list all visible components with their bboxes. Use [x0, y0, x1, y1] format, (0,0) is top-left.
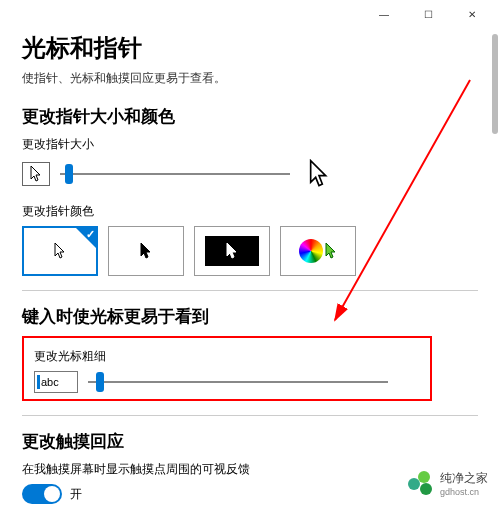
watermark-url: gdhost.cn	[440, 487, 488, 497]
caret-preview: abc	[34, 371, 78, 393]
watermark-name: 纯净之家	[440, 471, 488, 485]
section-pointer-size-color: 更改指针大小和颜色	[22, 105, 478, 128]
touch-feedback-state: 开	[70, 486, 82, 503]
page-title: 光标和指针	[22, 32, 478, 64]
pointer-color-white[interactable]	[22, 226, 98, 276]
pointer-size-large-icon	[306, 159, 332, 189]
caret-preview-text: abc	[41, 376, 59, 388]
pointer-size-slider[interactable]	[60, 164, 290, 184]
selected-check-icon	[76, 228, 96, 248]
pointer-color-black[interactable]	[108, 226, 184, 276]
caret-icon	[37, 375, 40, 389]
section-touch: 更改触摸回应	[22, 430, 478, 453]
watermark-logo-icon	[408, 471, 434, 497]
pointer-color-custom[interactable]	[280, 226, 356, 276]
pointer-size-preview	[22, 162, 50, 186]
section-caret: 键入时使光标更易于看到	[22, 305, 478, 328]
window-titlebar: — ☐ ✕	[0, 0, 500, 28]
page-subtitle: 使指针、光标和触摸回应更易于查看。	[22, 70, 478, 87]
annotation-highlight-box: 更改光标粗细 abc	[22, 336, 432, 401]
color-wheel-icon	[299, 239, 323, 263]
maximize-button[interactable]: ☐	[406, 0, 450, 28]
cursor-icon	[29, 165, 43, 183]
watermark: 纯净之家 gdhost.cn	[408, 470, 488, 497]
close-button[interactable]: ✕	[450, 0, 494, 28]
minimize-button[interactable]: —	[362, 0, 406, 28]
caret-thickness-slider[interactable]	[88, 372, 388, 392]
pointer-size-label: 更改指针大小	[22, 136, 478, 153]
divider	[22, 290, 478, 291]
touch-feedback-toggle[interactable]	[22, 484, 62, 504]
pointer-color-inverted[interactable]	[194, 226, 270, 276]
pointer-color-label: 更改指针颜色	[22, 203, 478, 220]
caret-thickness-label: 更改光标粗细	[34, 348, 420, 365]
vertical-scrollbar[interactable]	[492, 34, 498, 134]
divider	[22, 415, 478, 416]
